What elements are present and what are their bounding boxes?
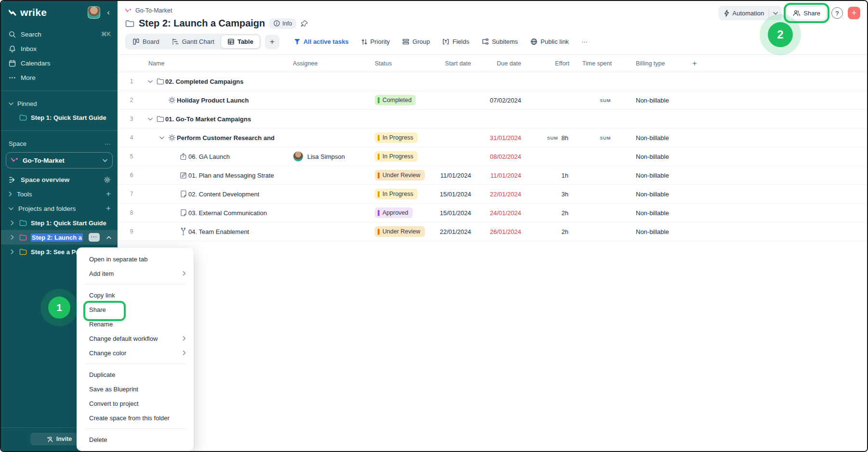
task-name[interactable]: 02. Content Development (188, 191, 259, 198)
status-badge[interactable]: Approved (375, 207, 413, 218)
row-expand-chevron-icon[interactable] (157, 136, 167, 140)
toolbar-public-link-button[interactable]: Public link (526, 36, 573, 48)
sidebar-item-projects-and-folders[interactable]: Projects and folders + (1, 201, 118, 216)
due-date-cell[interactable]: 11/01/2024 (478, 172, 528, 179)
table-row[interactable]: 4 Perform Customer Research and In Progr… (118, 129, 867, 147)
due-date-cell[interactable]: 24/01/2024 (478, 209, 528, 217)
sidebar-item-more[interactable]: More (1, 70, 118, 85)
gear-icon[interactable] (104, 176, 111, 183)
sidebar-project-1[interactable]: Step 1: Quick Start Guide (1, 216, 118, 230)
table-row[interactable]: 3 01. Go-To Market Campaigns (118, 110, 867, 129)
column-header-+[interactable]: + (681, 59, 708, 68)
table-row[interactable]: 7 02. Content Development In Progress 15… (118, 185, 867, 204)
effort-cell[interactable]: 2h (528, 209, 576, 217)
due-date-cell[interactable]: 26/01/2024 (478, 228, 528, 235)
toolbar-fields-button[interactable]: Fields (438, 36, 473, 48)
space-more-icon[interactable]: ··· (105, 140, 111, 147)
table-row[interactable]: 8 03. External Communication Approved 15… (118, 204, 867, 222)
space-selector[interactable]: Go-To-Market (6, 152, 113, 168)
assignee-avatar[interactable] (293, 151, 303, 162)
add-view-button[interactable]: + (265, 35, 279, 49)
breadcrumb-label[interactable]: Go-To-Market (135, 7, 172, 14)
menu-item-convert-to-project[interactable]: Convert to project (77, 396, 194, 411)
pin-icon[interactable] (301, 20, 308, 27)
status-cell[interactable]: Approved (372, 207, 434, 218)
menu-item-copy-link[interactable]: Copy link (77, 288, 194, 302)
view-tab-table[interactable]: Table (221, 35, 260, 49)
effort-cell[interactable]: 1h (528, 172, 576, 179)
status-cell[interactable]: In Progress (372, 151, 434, 162)
pinned-item[interactable]: Step 1: Quick Start Guide (1, 110, 118, 125)
menu-item-duplicate[interactable]: Duplicate (77, 367, 194, 382)
start-date-cell[interactable]: 15/01/2024 (434, 209, 478, 217)
status-cell[interactable]: Completed (372, 95, 434, 105)
menu-item-share[interactable]: Share (77, 302, 194, 317)
start-date-cell[interactable]: 11/01/2024 (434, 172, 478, 179)
column-header-time-spent[interactable]: Time spent (576, 60, 618, 67)
add-project-icon[interactable]: + (106, 204, 111, 213)
help-button[interactable]: ? (831, 7, 843, 19)
automation-button[interactable]: Automation (719, 10, 769, 17)
row-expand-chevron-icon[interactable] (145, 117, 155, 121)
view-tab-gantt-chart[interactable]: Gantt Chart (166, 35, 221, 48)
chevron-up-icon[interactable] (106, 236, 111, 239)
sidebar-item-tools[interactable]: Tools + (1, 187, 118, 201)
column-header-status[interactable]: Status (372, 60, 434, 67)
task-name[interactable]: 03. External Communication (188, 209, 267, 217)
menu-item-rename[interactable]: Rename (77, 317, 194, 331)
due-date-cell[interactable]: 22/01/2024 (478, 191, 528, 198)
table-row[interactable]: 5 06. GA Launch Lisa Simpson In Progress… (118, 147, 867, 166)
billing-type-cell[interactable]: Non-billable (618, 191, 681, 198)
status-badge[interactable]: Completed (375, 95, 416, 105)
row-expand-chevron-icon[interactable] (145, 80, 155, 83)
new-item-button[interactable]: + (848, 7, 860, 19)
column-header-start-date[interactable]: Start date (434, 60, 478, 67)
column-header-name[interactable]: Name (145, 60, 290, 67)
status-cell[interactable]: Under Review (372, 170, 434, 181)
menu-item-create-space-from-this-folder[interactable]: Create space from this folder (77, 411, 194, 425)
column-header-effort[interactable]: Effort (528, 60, 576, 67)
sidebar-project-2[interactable]: Step 2: Launch a ··· (1, 230, 118, 245)
pinned-section-header[interactable]: Pinned (1, 97, 118, 110)
info-button[interactable]: Info (269, 18, 296, 29)
task-name[interactable]: 02. Completed Campaigns (165, 78, 244, 85)
task-name[interactable]: Perform Customer Research and (177, 134, 275, 142)
sidebar-item-space-overview[interactable]: Space overview (1, 172, 118, 187)
billing-type-cell[interactable]: Non-billable (618, 209, 681, 217)
toolbar---button[interactable]: ··· (578, 36, 592, 48)
task-name[interactable]: 01. Plan and Messaging Strate (188, 172, 274, 179)
user-avatar[interactable] (88, 6, 100, 19)
column-header-due-date[interactable]: Due date (478, 60, 528, 67)
menu-item-delete[interactable]: Delete (77, 432, 194, 447)
billing-type-cell[interactable]: Non-billable (618, 134, 681, 142)
task-name[interactable]: 06. GA Launch (188, 153, 230, 160)
toolbar-all-active-tasks-button[interactable]: All active tasks (290, 36, 353, 48)
assignee-cell[interactable]: Lisa Simpson (290, 151, 372, 162)
toolbar-subitems-button[interactable]: Subitems (478, 36, 522, 48)
status-cell[interactable]: In Progress (372, 189, 434, 199)
task-name[interactable]: Holiday Product Launch (177, 97, 249, 104)
add-tool-icon[interactable]: + (106, 189, 111, 199)
due-date-cell[interactable]: 08/02/2024 (478, 153, 528, 160)
billing-type-cell[interactable]: Non-billable (618, 153, 681, 160)
table-row[interactable]: 9 04. Team Enablement Under Review 22/01… (118, 222, 867, 241)
billing-type-cell[interactable]: Non-billable (618, 228, 681, 235)
column-header-billing-type[interactable]: Billing type (618, 60, 681, 67)
effort-cell[interactable]: 3h (528, 191, 576, 198)
sidebar-item-search[interactable]: Search ⌘K (1, 27, 118, 41)
status-badge[interactable]: In Progress (375, 132, 418, 143)
menu-item-open-in-separate-tab[interactable]: Open in separate tab (77, 252, 194, 266)
start-date-cell[interactable]: 22/01/2024 (434, 228, 478, 235)
menu-item-change-color[interactable]: Change color (77, 346, 194, 360)
status-badge[interactable]: Under Review (375, 226, 425, 237)
table-row[interactable]: 6 01. Plan and Messaging Strate Under Re… (118, 166, 867, 185)
project-more-button[interactable]: ··· (89, 233, 100, 242)
menu-item-save-as-blueprint[interactable]: Save as Blueprint (77, 382, 194, 396)
sidebar-item-inbox[interactable]: Inbox (1, 41, 118, 56)
table-row[interactable]: 1 02. Completed Campaigns (118, 72, 867, 91)
status-cell[interactable]: In Progress (372, 132, 434, 143)
due-date-cell[interactable]: 07/02/2024 (478, 97, 528, 104)
view-tab-board[interactable]: Board (126, 35, 166, 48)
table-row[interactable]: 2 Holiday Product Launch Completed 07/02… (118, 91, 867, 110)
status-badge[interactable]: In Progress (375, 189, 418, 199)
